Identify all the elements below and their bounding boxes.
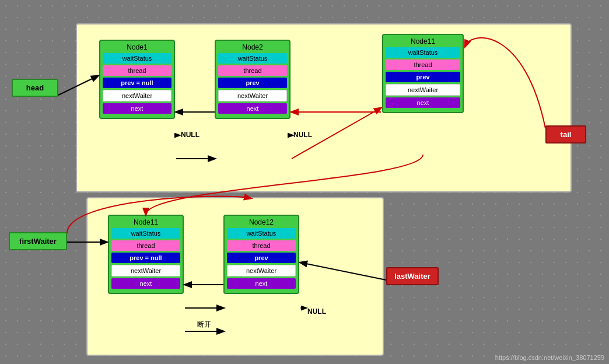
node1-nextwaiter: nextWaiter bbox=[103, 90, 172, 102]
node12-waitstatus: waitStatus bbox=[227, 228, 296, 239]
node1-box: Node1 waitStatus thread prev = null next… bbox=[99, 40, 175, 119]
node2-thread: thread bbox=[218, 65, 287, 76]
node11-top-waitstatus: waitStatus bbox=[386, 47, 460, 58]
node11-bot-nextwaiter: nextWaiter bbox=[111, 265, 180, 276]
node11-top-nextwaiter: nextWaiter bbox=[386, 84, 460, 96]
node11-top-title: Node11 bbox=[386, 37, 460, 46]
node11-top-next: next bbox=[386, 97, 460, 108]
node11-bot-next: next bbox=[111, 278, 180, 289]
node12-prev: prev bbox=[227, 253, 296, 263]
node1-waitstatus: waitStatus bbox=[103, 53, 172, 64]
node11-bot-prev: prev = null bbox=[111, 253, 180, 263]
node12-next: next bbox=[227, 278, 296, 289]
node2-prev: prev bbox=[218, 78, 287, 88]
node12-box: Node12 waitStatus thread prev nextWaiter… bbox=[223, 215, 299, 294]
node2-next: next bbox=[218, 103, 287, 114]
null-label-1: NULL bbox=[181, 131, 200, 139]
node12-thread: thread bbox=[227, 240, 296, 251]
node11-top-thread: thread bbox=[386, 60, 460, 70]
node2-nextwaiter: nextWaiter bbox=[218, 90, 287, 102]
node11-bot-waitstatus: waitStatus bbox=[111, 228, 180, 239]
node2-title: Node2 bbox=[218, 43, 287, 51]
firstwaiter-box: firstWaiter bbox=[9, 232, 67, 250]
node2-box: Node2 waitStatus thread prev nextWaiter … bbox=[215, 40, 290, 119]
node12-nextwaiter: nextWaiter bbox=[227, 265, 296, 276]
node12-title: Node12 bbox=[227, 218, 296, 226]
tail-box: tail bbox=[545, 125, 586, 144]
diagram-container: head tail Node1 waitStatus thread prev =… bbox=[0, 0, 609, 364]
node11-top-box: Node11 waitStatus thread prev nextWaiter… bbox=[382, 34, 464, 113]
node2-waitstatus: waitStatus bbox=[218, 53, 287, 64]
null-label-3: NULL bbox=[307, 307, 326, 316]
node11-bot-box: Node11 waitStatus thread prev = null nex… bbox=[108, 215, 184, 294]
node11-top-prev: prev bbox=[386, 72, 460, 82]
duankai-label: 断开 bbox=[197, 320, 211, 330]
url-text: https://blog.csdn.net/weixin_38071259 bbox=[495, 354, 604, 361]
head-box: head bbox=[12, 79, 58, 97]
node1-prev: prev = null bbox=[103, 78, 172, 88]
node11-bot-thread: thread bbox=[111, 240, 180, 251]
lastwaiter-box: lastWaiter bbox=[386, 267, 439, 285]
node1-thread: thread bbox=[103, 65, 172, 76]
null-label-2: NULL bbox=[293, 131, 312, 139]
node11-bot-title: Node11 bbox=[111, 218, 180, 226]
node1-next: next bbox=[103, 103, 172, 114]
node1-title: Node1 bbox=[103, 43, 172, 51]
